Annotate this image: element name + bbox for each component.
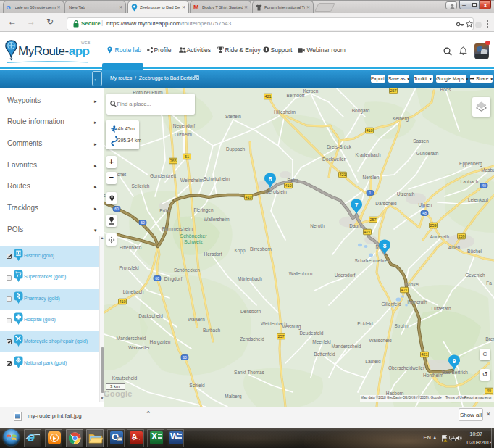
svg-text:Schönecken: Schönecken <box>174 267 200 273</box>
svg-text:Büchel: Büchel <box>467 249 482 254</box>
svg-text:Waxweiler: Waxweiler <box>128 345 151 350</box>
svg-text:Gunderath: Gunderath <box>416 151 439 156</box>
svg-text:Bettenfeld: Bettenfeld <box>314 352 335 357</box>
svg-text:Kradenbach: Kradenbach <box>355 152 380 157</box>
svg-text:Bongard: Bongard <box>352 108 370 114</box>
svg-text:410: 410 <box>245 195 251 199</box>
svg-text:421: 421 <box>421 352 427 357</box>
svg-text:Ulmen: Ulmen <box>419 202 432 207</box>
svg-text:Densborn: Densborn <box>240 309 261 314</box>
svg-text:Duppach: Duppach <box>226 146 245 152</box>
svg-text:Üdersdorf: Üdersdorf <box>335 273 356 278</box>
svg-text:Meerfeld: Meerfeld <box>312 339 331 344</box>
svg-text:Krautscheid: Krautscheid <box>112 376 138 381</box>
svg-text:60: 60 <box>141 220 145 225</box>
svg-text:Oberscheidweiler: Oberscheidweiler <box>388 365 425 370</box>
svg-text:Steffeln: Steffeln <box>225 114 241 119</box>
svg-text:Wallscheid: Wallscheid <box>369 338 392 343</box>
svg-text:Deudesfeld: Deudesfeld <box>300 331 324 336</box>
svg-text:Wallenborn: Wallenborn <box>289 271 313 276</box>
svg-text:Weinsheim: Weinsheim <box>180 178 204 183</box>
svg-text:Strohn: Strohn <box>394 323 409 328</box>
svg-text:265: 265 <box>169 159 176 163</box>
svg-text:Eppenberg: Eppenberg <box>459 161 482 167</box>
svg-text:421: 421 <box>339 173 346 177</box>
svg-text:421: 421 <box>264 94 271 99</box>
svg-text:Leienkaul: Leienkaul <box>468 197 488 202</box>
svg-text:Fa: Fa <box>486 281 492 286</box>
svg-text:60: 60 <box>114 207 119 211</box>
svg-text:257: 257 <box>277 334 284 339</box>
svg-text:Manderscheid: Manderscheid <box>117 336 146 341</box>
svg-text:Alflen: Alflen <box>448 245 461 250</box>
svg-text:Eckfeld: Eckfeld <box>357 321 373 326</box>
svg-text:Gevenich: Gevenich <box>465 273 485 278</box>
svg-text:Winkel: Winkel <box>405 282 419 287</box>
svg-text:Boos: Boos <box>440 88 452 92</box>
svg-text:Schönecker: Schönecker <box>180 233 208 238</box>
svg-text:Hontheim: Hontheim <box>423 373 443 378</box>
svg-text:40: 40 <box>482 183 486 188</box>
svg-text:Dockweiler: Dockweiler <box>322 157 346 162</box>
svg-text:Dackscheid: Dackscheid <box>138 313 163 318</box>
svg-text:Birresborn: Birresborn <box>250 246 272 252</box>
svg-text:Sellerich: Sellerich <box>132 183 150 188</box>
svg-text:Pronsfeld: Pronsfeld <box>119 265 139 270</box>
svg-text:259: 259 <box>458 234 464 238</box>
svg-text:Utzerath: Utzerath <box>397 191 415 196</box>
svg-text:9: 9 <box>453 357 456 365</box>
svg-text:Gerolstein: Gerolstein <box>265 189 287 194</box>
svg-text:Kelberg: Kelberg <box>393 116 409 122</box>
svg-text:Lünebach: Lünebach <box>123 289 144 294</box>
svg-text:Hillesheim: Hillesheim <box>274 109 296 115</box>
svg-text:Berndorf: Berndorf <box>287 93 305 98</box>
svg-text:Hersdorf: Hersdorf <box>204 252 222 257</box>
svg-text:Immerath: Immerath <box>407 299 427 304</box>
svg-text:49: 49 <box>487 389 491 393</box>
svg-text:Burbach: Burbach <box>203 328 221 333</box>
svg-text:Zendscheid: Zendscheid <box>240 336 264 341</box>
svg-text:Wallersheim: Wallersheim <box>204 217 230 222</box>
svg-text:7: 7 <box>355 202 359 209</box>
svg-text:Sankt Thomas: Sankt Thomas <box>234 370 265 375</box>
svg-text:Neuendorf: Neuendorf <box>173 123 196 128</box>
svg-text:Dreis-Brück: Dreis-Brück <box>327 144 352 149</box>
svg-text:Gondenbrett: Gondenbrett <box>150 173 176 178</box>
svg-text:410: 410 <box>285 183 291 188</box>
svg-text:Darscheid: Darscheid <box>375 201 397 206</box>
svg-text:Mürlenbach: Mürlenbach <box>238 276 262 281</box>
svg-text:410: 410 <box>366 128 372 133</box>
svg-text:Daun: Daun <box>349 223 361 228</box>
svg-text:Sassen: Sassen <box>413 138 429 144</box>
svg-text:Pittenbach: Pittenbach <box>120 245 142 250</box>
svg-text:Masbu: Masbu <box>481 167 494 173</box>
svg-text:421: 421 <box>364 230 370 234</box>
svg-text:Pelm: Pelm <box>288 178 298 183</box>
svg-text:Schwirzheim: Schwirzheim <box>204 176 230 181</box>
svg-text:Laubach: Laubach <box>461 179 479 184</box>
svg-text:Gillenfeld: Gillenfeld <box>381 302 401 307</box>
svg-text:48: 48 <box>422 211 427 215</box>
svg-text:Brem: Brem <box>485 336 494 341</box>
svg-text:257: 257 <box>390 88 396 93</box>
svg-text:51: 51 <box>185 154 189 159</box>
svg-text:Kerpen: Kerpen <box>303 88 319 94</box>
svg-text:Schleid: Schleid <box>189 383 205 388</box>
svg-text:Schalkenmehren: Schalkenmehren <box>355 258 390 263</box>
svg-text:Hargarten: Hargarten <box>150 339 171 345</box>
svg-text:Bad Bertrich: Bad Bertrich <box>442 370 468 375</box>
svg-text:Rommersheim: Rommersheim <box>162 226 193 231</box>
svg-text:Laufeld: Laufeld <box>365 359 381 364</box>
svg-text:8: 8 <box>383 242 387 249</box>
svg-text:Manderscheid: Manderscheid <box>332 344 361 349</box>
svg-text:410: 410 <box>119 299 125 304</box>
svg-text:60: 60 <box>155 276 159 281</box>
svg-text:257: 257 <box>369 217 376 222</box>
svg-text:5: 5 <box>269 175 272 183</box>
svg-text:Nerdlen: Nerdlen <box>363 175 380 180</box>
svg-text:60: 60 <box>183 355 187 360</box>
svg-text:Malberg: Malberg <box>225 394 242 399</box>
svg-text:Neroth: Neroth <box>310 223 325 228</box>
svg-text:Dingdorf: Dingdorf <box>164 276 183 282</box>
svg-text:Schweiz: Schweiz <box>184 239 204 244</box>
